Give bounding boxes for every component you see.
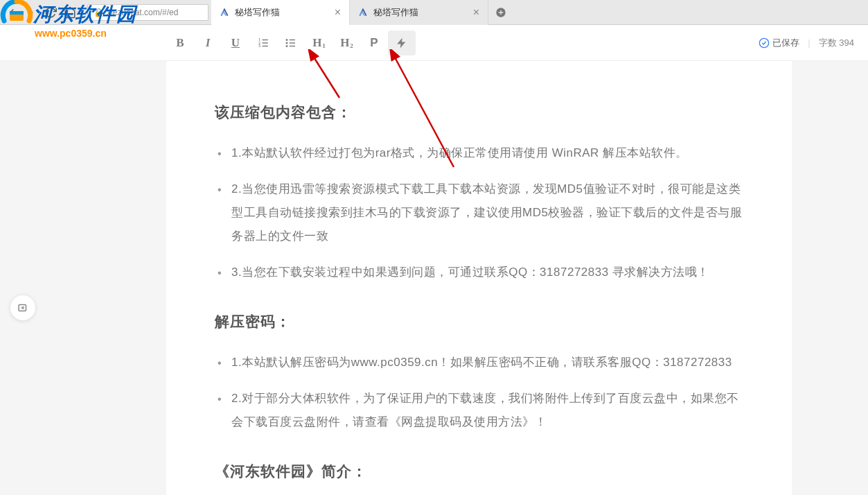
tab-strip: 秘塔写作猫 × 秘塔写作猫 × [211,0,513,25]
check-circle-icon [759,37,770,49]
forward-button[interactable] [25,6,37,19]
tab-title: 秘塔写作猫 [235,6,280,19]
toolbar-status: 已保存 | 字数 394 [759,37,854,49]
saved-label: 已保存 [772,37,799,49]
section-heading: 该压缩包内容包含： [215,103,743,122]
tab-title: 秘塔写作猫 [373,6,418,19]
close-icon[interactable]: × [473,6,479,19]
url-text: xiezuocat.com/#/ed [107,8,178,17]
nav-buttons [0,6,82,19]
app-area: B I U 123 H1 H2 P 已保存 | 字数 394 [0,25,868,495]
collapse-icon [17,302,29,314]
section-heading: 解压密码： [215,312,743,331]
lightning-icon [396,37,408,49]
svg-point-13 [286,42,287,44]
list-item: 2.当您使用迅雷等搜索资源模式下载工具下载本站资源，发现MD5值验证不对时，很可… [231,177,743,248]
lock-icon: 🔒 [94,8,104,17]
tab-0[interactable]: 秘塔写作猫 × [211,0,350,25]
format-buttons: B I U 123 H1 H2 P [166,31,416,55]
h1-button[interactable]: H1 [305,31,333,55]
add-tab-button[interactable] [488,0,513,25]
section-list: 1.本站默认解压密码为www.pc0359.cn！如果解压密码不正确，请联系客服… [215,351,743,434]
unordered-list-icon [285,37,297,49]
favicon-icon [220,8,229,17]
ordered-list-button[interactable]: 123 [249,31,277,55]
italic-button[interactable]: I [194,31,222,55]
ordered-list-icon: 123 [257,37,269,49]
list-item: 1.本站默认解压密码为www.pc0359.cn！如果解压密码不正确，请联系客服… [231,351,743,374]
collapse-sidebar-button[interactable] [10,295,35,320]
paragraph-button[interactable]: P [360,31,388,55]
h2-button[interactable]: H2 [333,31,360,55]
divider: | [808,37,810,48]
favicon-icon [358,8,368,17]
editor-toolbar: B I U 123 H1 H2 P 已保存 | 字数 394 [0,25,868,61]
list-item: 3.当您在下载安装过程中如果遇到问题，可通过联系QQ：3187272833 寻求… [231,261,743,284]
unordered-list-button[interactable] [277,31,305,55]
reload-button[interactable] [44,6,57,19]
svg-point-12 [286,39,287,40]
document-area[interactable]: 该压缩包内容包含： 1.本站默认软件经过打包为rar格式，为确保正常使用请使用 … [166,61,792,495]
underline-button[interactable]: U [222,31,249,55]
svg-text:3: 3 [258,44,260,48]
home-button[interactable] [64,6,76,19]
document-content: 该压缩包内容包含： 1.本站默认软件经过打包为rar格式，为确保正常使用请使用 … [215,103,743,481]
section-list: 1.本站默认软件经过打包为rar格式，为确保正常使用请使用 WinRAR 解压本… [215,141,743,284]
list-item: 1.本站默认软件经过打包为rar格式，为确保正常使用请使用 WinRAR 解压本… [231,141,743,165]
browser-chrome: 🔒 xiezuocat.com/#/ed 秘塔写作猫 × 秘塔写作猫 × [0,0,868,25]
svg-point-14 [286,45,287,46]
saved-indicator: 已保存 [759,37,799,49]
back-button[interactable] [6,6,18,19]
bold-button[interactable]: B [166,31,194,55]
section-heading: 《河东软件园》简介： [215,462,743,481]
svg-point-15 [760,38,769,47]
word-count: 字数 394 [819,37,854,49]
tab-1[interactable]: 秘塔写作猫 × [350,0,488,25]
close-icon[interactable]: × [335,6,341,19]
url-bar[interactable]: 🔒 xiezuocat.com/#/ed [87,4,209,21]
list-item: 2.对于部分大体积软件，为了保证用户的下载速度，我们将附件上传到了百度云盘中，如… [231,387,743,434]
lightning-button[interactable] [388,31,416,55]
